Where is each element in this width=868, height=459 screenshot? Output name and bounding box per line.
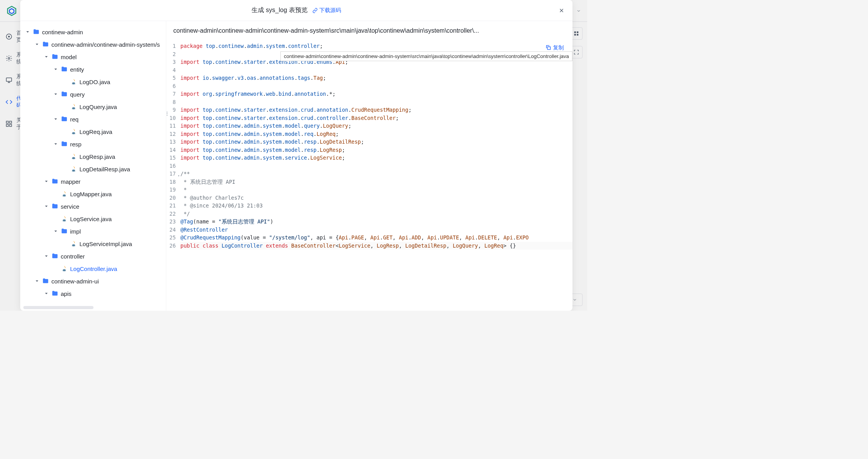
line-number: 20 (169, 194, 176, 202)
tree-label: continew-admin-ui (51, 278, 99, 285)
tree-folder[interactable]: model (23, 51, 163, 63)
code-line: import io.swagger.v3.oas.annotations.tag… (180, 74, 572, 82)
code-lines: package top.continew.admin.system.contro… (180, 42, 572, 311)
code-line (180, 82, 572, 90)
file-tree-panel[interactable]: continew-admincontinew-admin/continew-ad… (20, 21, 166, 311)
line-number: 13 (169, 138, 176, 146)
modal-preview: 生成 sys_log 表预览 下载源码 continew-admincontin… (20, 0, 572, 311)
modal-header: 生成 sys_log 表预览 下载源码 (20, 0, 572, 21)
close-button[interactable] (557, 6, 566, 15)
tree-folder[interactable]: continew-admin/continew-admin-system/s (23, 38, 163, 51)
copy-button[interactable]: 复制 (545, 44, 564, 52)
tree-folder[interactable]: continew-admin (23, 26, 163, 38)
tree-folder[interactable]: continew-admin-ui (23, 275, 163, 287)
line-number: 17▾ (169, 170, 176, 178)
tree-label: LogMapper.java (70, 191, 112, 197)
line-number: 9 (169, 106, 176, 114)
line-number: 25 (169, 234, 176, 242)
line-number: 1 (169, 42, 176, 50)
tree-folder[interactable]: mapper (23, 175, 163, 188)
splitter-handle[interactable] (166, 109, 169, 118)
download-link[interactable]: 下载源码 (312, 7, 341, 14)
tree-label: controller (61, 253, 85, 260)
tree-file[interactable]: LogReq.java (23, 125, 163, 138)
code-line (180, 98, 572, 106)
tree-file[interactable]: LogMapper.java (23, 188, 163, 200)
tree-file[interactable]: LogService.java (23, 213, 163, 225)
svg-rect-6 (6, 125, 8, 127)
line-number: 2 (169, 50, 176, 58)
svg-rect-8 (574, 32, 576, 33)
chevron-down-icon (44, 179, 49, 184)
tree-file[interactable]: LogQuery.java (23, 100, 163, 113)
tree-file[interactable]: LogServiceImpl.java (23, 237, 163, 250)
tree-label: LogReq.java (79, 128, 112, 135)
tree-label: LogController.java (70, 266, 117, 272)
code-line: /** (180, 170, 572, 178)
line-number: 14 (169, 146, 176, 154)
svg-rect-9 (577, 32, 578, 33)
line-number: 24 (169, 226, 176, 234)
line-number: 15 (169, 154, 176, 162)
chevron-down-icon (576, 9, 581, 13)
tree-folder[interactable]: req (23, 113, 163, 125)
tree-label: continew-admin/continew-admin-system/s (51, 41, 160, 48)
tree-label: LogService.java (70, 216, 112, 222)
tree-folder[interactable]: entity (23, 63, 163, 76)
file-tree: continew-admincontinew-admin/continew-ad… (23, 26, 163, 300)
code-line: @RestController (180, 226, 572, 234)
chevron-down-icon (53, 141, 58, 147)
tree-label: LogResp.java (79, 153, 115, 160)
svg-rect-10 (574, 34, 576, 35)
code-line: * (180, 186, 572, 194)
code-line: import top.continew.admin.system.model.r… (180, 138, 572, 146)
tree-hscroll[interactable] (23, 306, 164, 309)
tree-file[interactable]: LogDO.java (23, 76, 163, 88)
tree-folder[interactable]: query (23, 88, 163, 100)
tree-label: model (61, 54, 77, 60)
line-number: 22 (169, 210, 176, 218)
svg-point-1 (8, 36, 10, 38)
path-tooltip: continew-admin\continew-admin\continew-a… (280, 51, 572, 61)
tree-folder[interactable]: apis (23, 287, 163, 300)
tree-folder[interactable]: service (23, 200, 163, 213)
tree-file[interactable]: LogResp.java (23, 150, 163, 163)
svg-rect-11 (577, 34, 578, 35)
chevron-down-icon (53, 91, 58, 97)
tree-file[interactable]: LogDetailResp.java (23, 163, 163, 175)
tree-folder[interactable]: impl (23, 225, 163, 237)
code-line: * 系统日志管理 API (180, 178, 572, 186)
tree-label: LogDetailResp.java (79, 166, 130, 172)
tree-label: req (70, 116, 79, 123)
line-number: 5 (169, 74, 176, 82)
tree-folder[interactable]: controller (23, 250, 163, 262)
chevron-down-icon (25, 29, 30, 35)
modal-title: 生成 sys_log 表预览 (252, 6, 307, 14)
line-number: 10 (169, 114, 176, 122)
tree-folder[interactable]: resp (23, 138, 163, 150)
chevron-down-icon (34, 278, 40, 284)
svg-point-2 (8, 58, 10, 60)
line-number: 11 (169, 122, 176, 130)
tree-file[interactable]: LogController.java (23, 262, 163, 275)
line-number: 18 (169, 178, 176, 186)
tree-label: impl (70, 228, 81, 235)
chevron-down-icon (44, 253, 49, 259)
tree-label: query (70, 91, 85, 98)
chevron-down-icon (34, 42, 40, 47)
code-line: import top.continew.starter.extension.cr… (180, 114, 572, 122)
copy-label: 复制 (553, 44, 564, 52)
tree-label: service (61, 203, 79, 210)
code-line: import top.continew.admin.system.model.q… (180, 122, 572, 130)
line-number: 21 (169, 202, 176, 210)
file-path: continew-admin\continew-admin\continew-a… (166, 21, 572, 40)
code-panel: continew-admin\continew-admin\continew-a… (166, 21, 572, 311)
code-block[interactable]: 复制 1234567891011121314151617▾18192021222… (166, 40, 572, 311)
copy-icon (545, 44, 551, 51)
chevron-down-icon (44, 54, 49, 60)
line-number: 8 (169, 98, 176, 106)
svg-rect-3 (6, 78, 12, 81)
close-icon (558, 7, 565, 14)
svg-rect-5 (10, 121, 12, 123)
chevron-down-icon (44, 204, 49, 209)
